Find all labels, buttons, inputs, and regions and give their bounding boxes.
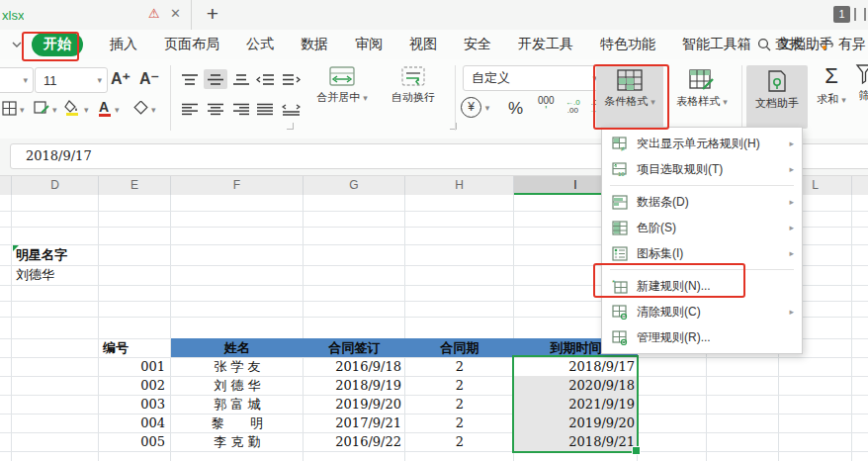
- cell-header-period[interactable]: 合同期: [405, 338, 514, 357]
- file-tab[interactable]: xlsx ⚠ ✕: [0, 0, 192, 30]
- table-cell[interactable]: 002: [99, 376, 165, 395]
- table-cell[interactable]: 2016/9/22: [304, 432, 401, 451]
- percent-format-button[interactable]: %: [508, 99, 523, 119]
- distribute-button[interactable]: [279, 99, 303, 119]
- doc-assistant-label: 文档助手: [755, 96, 799, 111]
- menu-item-new-rule[interactable]: * 新建规则(N)...: [602, 273, 802, 299]
- tab-special-features[interactable]: 特色功能: [600, 36, 655, 53]
- table-cell[interactable]: 黎 明: [171, 414, 304, 432]
- find-button[interactable]: 查找: [757, 36, 803, 53]
- thousands-format-button[interactable]: 000 ': [538, 97, 555, 116]
- align-center-button[interactable]: [204, 99, 227, 119]
- align-right-button[interactable]: [229, 99, 253, 119]
- column-header-G[interactable]: G: [304, 176, 405, 195]
- shrink-font-button[interactable]: A⁻: [139, 69, 159, 88]
- menu-item-top-bottom-rules[interactable]: 10 项目选取规则(T) ▸: [602, 156, 802, 182]
- wrap-text-label: 自动换行: [391, 90, 435, 105]
- cell-header-id[interactable]: 编号: [99, 338, 172, 357]
- close-tab-icon[interactable]: ✕: [170, 6, 181, 21]
- table-cell[interactable]: 2016/9/18: [304, 357, 401, 376]
- selected-cell[interactable]: 2021/9/19: [514, 395, 638, 414]
- tab-home[interactable]: 开始: [32, 33, 83, 56]
- column-header-H[interactable]: H: [405, 176, 514, 195]
- table-cell[interactable]: 2: [405, 395, 514, 414]
- table-style-button[interactable]: 表格样式 ▾: [668, 65, 736, 109]
- tab-formulas[interactable]: 公式: [246, 36, 274, 53]
- table-cell[interactable]: 2018/9/19: [304, 376, 401, 395]
- selected-cell[interactable]: 2019/9/20: [514, 414, 638, 432]
- tab-page-layout[interactable]: 页面布局: [164, 36, 219, 53]
- cell-star-name[interactable]: 刘德华: [12, 265, 101, 285]
- table-cell[interactable]: 张 学 友: [171, 357, 304, 376]
- table-cell[interactable]: 005: [99, 432, 165, 451]
- collapse-ribbon-icon[interactable]: [12, 42, 22, 48]
- table-cell[interactable]: 2017/9/21: [304, 414, 401, 432]
- cloud-sync-status[interactable]: 有异: [821, 36, 866, 53]
- decrease-indent-button[interactable]: [253, 69, 277, 89]
- tab-data[interactable]: 数据: [301, 36, 328, 53]
- menu-item-highlight-cells-rules[interactable]: ≠ 突出显示单元格规则(H) ▸: [602, 131, 802, 156]
- merge-center-button[interactable]: 合并居中 ▾: [306, 65, 378, 105]
- selected-cell[interactable]: 2020/9/18: [514, 376, 638, 395]
- active-cell[interactable]: 2018/9/17: [514, 357, 635, 376]
- table-cell[interactable]: 李 克 勤: [171, 432, 304, 451]
- new-tab-button[interactable]: +: [201, 0, 224, 28]
- draw-border-button[interactable]: [34, 101, 49, 116]
- sum-button[interactable]: Σ 求和 ▾: [811, 63, 852, 107]
- tab-dev-tools[interactable]: 开发工具: [518, 36, 573, 53]
- font-color-button[interactable]: A: [99, 99, 109, 115]
- doc-assistant-icon: [766, 69, 788, 93]
- align-top-button[interactable]: [178, 69, 202, 89]
- align-bottom-button[interactable]: [229, 69, 253, 89]
- tab-smart-toolbox[interactable]: 智能工具箱: [682, 36, 751, 53]
- decrease-decimal-button[interactable]: ←.0 .00: [565, 99, 580, 115]
- column-header-E[interactable]: E: [99, 176, 171, 195]
- menu-item-manage-rules[interactable]: 管理规则(R)...: [602, 324, 802, 350]
- column-header-partial[interactable]: [0, 176, 12, 195]
- tab-security[interactable]: 安全: [464, 36, 491, 53]
- table-cell[interactable]: 2: [405, 432, 514, 451]
- submenu-arrow-icon: ▸: [789, 248, 794, 258]
- menu-item-data-bars[interactable]: 数据条(D) ▸: [602, 189, 802, 215]
- cell-header-sign[interactable]: 合同签订: [304, 338, 405, 357]
- menu-item-clear-rules[interactable]: 清除规则(C) ▸: [602, 299, 802, 324]
- column-header-M[interactable]: [852, 176, 868, 195]
- table-cell[interactable]: 003: [99, 395, 165, 414]
- cell-star-title[interactable]: 明星名字: [12, 244, 101, 265]
- menu-item-color-scales[interactable]: 色阶(S) ▸: [602, 215, 802, 240]
- font-name-combo[interactable]: ▾: [0, 67, 34, 93]
- table-cell[interactable]: 刘 德 华: [171, 376, 304, 395]
- fill-color-button[interactable]: [63, 99, 81, 116]
- doc-assistant-button[interactable]: 文档助手: [746, 65, 808, 129]
- align-middle-button[interactable]: [204, 69, 227, 89]
- cell-header-name[interactable]: 姓名: [171, 338, 304, 357]
- tab-insert[interactable]: 插入: [110, 36, 137, 53]
- font-size-value: 11: [36, 73, 57, 88]
- selected-cell[interactable]: 2018/9/21: [514, 432, 638, 451]
- grow-font-button[interactable]: A⁺: [111, 69, 130, 88]
- table-cell[interactable]: 004: [99, 414, 165, 432]
- align-left-button[interactable]: [178, 99, 202, 119]
- conditional-format-button[interactable]: 条件格式 ▾: [596, 65, 663, 129]
- justify-button[interactable]: [253, 99, 277, 119]
- number-format-combo[interactable]: 自定义 ▾: [463, 65, 603, 91]
- table-cell[interactable]: 2: [405, 357, 514, 376]
- clear-format-button[interactable]: [132, 101, 149, 115]
- table-cell[interactable]: 2019/9/20: [304, 395, 401, 414]
- currency-format-button[interactable]: ¥ ▾: [461, 97, 489, 118]
- table-cell[interactable]: 2: [405, 414, 514, 432]
- fill-handle[interactable]: [632, 446, 641, 455]
- menu-item-icon-sets[interactable]: 图标集(I) ▸: [602, 240, 802, 266]
- increase-indent-button[interactable]: [279, 69, 303, 89]
- borders-button[interactable]: [2, 101, 17, 116]
- font-size-combo[interactable]: 11 ▾: [35, 67, 108, 93]
- table-cell[interactable]: 001: [99, 357, 165, 376]
- table-cell[interactable]: 2: [405, 376, 514, 395]
- tab-review[interactable]: 审阅: [355, 36, 383, 53]
- column-header-D[interactable]: D: [12, 176, 99, 195]
- tab-view[interactable]: 视图: [409, 36, 437, 53]
- column-header-F[interactable]: F: [171, 176, 304, 195]
- table-cell[interactable]: 郭 富 城: [171, 395, 304, 414]
- wrap-text-button[interactable]: 自动换行: [382, 65, 445, 105]
- filter-button[interactable]: 筛: [852, 63, 868, 103]
